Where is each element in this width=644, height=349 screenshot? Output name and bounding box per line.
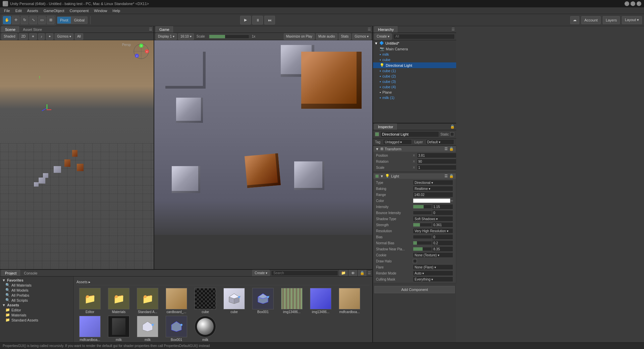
- menu-gameobject[interactable]: GameObject: [41, 8, 67, 13]
- asset-milk-white[interactable]: milk: [134, 316, 161, 342]
- resolution-dropdown[interactable]: Very High Resolution ▾: [413, 228, 453, 234]
- normal-bias-value[interactable]: [432, 240, 453, 246]
- scene-audio-btn[interactable]: ♪: [38, 33, 45, 40]
- assets-folder[interactable]: ▼ Assets: [1, 303, 72, 307]
- menu-edit[interactable]: Edit: [13, 8, 24, 13]
- color-picker[interactable]: [413, 198, 450, 203]
- menu-file[interactable]: File: [1, 8, 13, 13]
- asset-cardboard[interactable]: cardboard_...: [163, 288, 190, 314]
- project-lock-btn[interactable]: 🔒: [358, 270, 366, 277]
- game-pane-close[interactable]: ☰: [368, 27, 371, 32]
- strength-value[interactable]: [432, 222, 453, 228]
- asset-mdf-normal[interactable]: mdfcardboa...: [76, 316, 103, 342]
- project-create-btn[interactable]: Create ▾: [252, 270, 270, 277]
- asset-store-tab[interactable]: Asset Store: [19, 26, 46, 33]
- asset-milk-dark[interactable]: milk: [105, 316, 132, 342]
- asset-box001b[interactable]: Box001: [163, 316, 190, 342]
- asset-cube-white[interactable]: cube: [221, 288, 248, 314]
- color-edit-icon[interactable]: ✏: [450, 199, 453, 203]
- scale-x[interactable]: [417, 165, 456, 170]
- multi-tool[interactable]: ⊞: [47, 16, 55, 24]
- cookie-dropdown[interactable]: None (Texture) ▾: [413, 252, 453, 258]
- hierarchy-milk[interactable]: ▪ milk: [373, 52, 456, 57]
- asset-editor[interactable]: 📁 Editor: [76, 288, 103, 314]
- console-tab[interactable]: Console: [20, 270, 41, 276]
- mute-audio-btn[interactable]: Mute audio: [316, 33, 337, 40]
- shading-dropdown[interactable]: Shaded: [1, 33, 17, 40]
- project-search[interactable]: [271, 270, 338, 276]
- asset-img-blue[interactable]: img13486...: [307, 288, 334, 314]
- asset-standard-a[interactable]: 📁 Standard A...: [134, 288, 161, 314]
- game-gizmos-btn[interactable]: Gizmos ▾: [352, 33, 371, 40]
- hierarchy-create-btn[interactable]: Create ▾: [374, 33, 392, 40]
- light-header[interactable]: ▼ 💡 Light ☰ 🔒: [373, 173, 456, 179]
- transform-menu[interactable]: ☰: [444, 147, 448, 151]
- hierarchy-tab[interactable]: Hierarchy: [374, 26, 397, 33]
- scene-lighting-btn[interactable]: ☀: [29, 33, 37, 40]
- tree-editor[interactable]: 📁 Editor: [1, 307, 72, 312]
- object-active-toggle[interactable]: [375, 132, 379, 136]
- game-ratio-dropdown[interactable]: 16:10 ▾: [178, 33, 194, 40]
- global-btn[interactable]: Global: [71, 16, 88, 24]
- scene-pane-close[interactable]: ☰: [149, 27, 152, 32]
- light-menu[interactable]: ☰: [444, 174, 448, 178]
- asset-box001[interactable]: Box001: [250, 288, 276, 314]
- scale-slider[interactable]: [209, 35, 249, 39]
- draw-halo-toggle[interactable]: [413, 259, 417, 263]
- hierarchy-main-camera[interactable]: 📷 Main Camera: [373, 46, 456, 52]
- pivot-btn[interactable]: Pivot: [57, 16, 71, 24]
- tag-dropdown[interactable]: Untagged ▾: [383, 139, 412, 145]
- asset-img-stripes[interactable]: img13486...: [278, 288, 305, 314]
- move-tool[interactable]: ✛: [12, 16, 20, 24]
- stats-btn[interactable]: Stats: [339, 33, 351, 40]
- intensity-slider[interactable]: [413, 205, 432, 209]
- hierarchy-plane[interactable]: ▪ Plane: [373, 90, 456, 95]
- project-folder-btn[interactable]: 📁: [339, 270, 347, 277]
- normal-bias-slider[interactable]: [413, 241, 432, 245]
- menu-window[interactable]: Window: [91, 8, 110, 13]
- bias-value[interactable]: [432, 234, 453, 240]
- fav-all-models[interactable]: 🔍 All Models: [1, 288, 72, 293]
- menu-help[interactable]: Help: [110, 8, 123, 13]
- menu-component[interactable]: Component: [67, 8, 91, 13]
- asset-mdf-tan[interactable]: mdfcardboa...: [336, 288, 363, 314]
- baking-dropdown[interactable]: Realtime ▾: [413, 186, 453, 191]
- pause-btn[interactable]: ⏸: [252, 16, 263, 24]
- shadow-near-slider[interactable]: [413, 247, 432, 251]
- 2d-btn[interactable]: 2D: [19, 33, 28, 40]
- culling-mask-dropdown[interactable]: Everything ▾: [413, 277, 453, 282]
- hierarchy-cube1[interactable]: ▪ cube (1): [373, 68, 456, 73]
- minimize-btn[interactable]: ─: [625, 1, 629, 6]
- close-btn[interactable]: ✕: [637, 1, 641, 6]
- range-value[interactable]: [413, 192, 453, 197]
- light-lock[interactable]: 🔒: [449, 174, 454, 178]
- scene-tab[interactable]: Scene: [1, 26, 19, 33]
- game-canvas[interactable]: [154, 40, 372, 269]
- transform-header[interactable]: ▼ ⊞ Transform ☰ 🔒: [373, 146, 456, 152]
- hierarchy-milk1[interactable]: ▪ milk (1): [373, 95, 456, 100]
- step-btn[interactable]: ⏭: [264, 16, 275, 24]
- favorites-folder[interactable]: ▼ Favorites: [1, 278, 72, 283]
- hierarchy-directional-light[interactable]: 💡 Directional Light: [373, 62, 456, 68]
- account-btn[interactable]: Account: [581, 16, 601, 24]
- asset-materials[interactable]: 📁 Materials: [105, 288, 132, 314]
- maximize-on-play-btn[interactable]: Maximize on Play: [284, 33, 315, 40]
- hierarchy-cube4[interactable]: ▪ cube (4): [373, 84, 456, 90]
- transform-lock[interactable]: 🔒: [449, 147, 454, 151]
- object-name-field[interactable]: [380, 131, 439, 137]
- position-x[interactable]: [417, 153, 456, 158]
- asset-cube-checker[interactable]: cube: [192, 288, 219, 314]
- light-enabled-toggle[interactable]: [375, 174, 379, 178]
- fav-all-scripts[interactable]: 🔍 All Scripts: [1, 298, 72, 303]
- maximize-btn[interactable]: □: [631, 1, 635, 6]
- shadow-type-dropdown[interactable]: Soft Shadows ▾: [413, 216, 453, 221]
- hierarchy-cube[interactable]: ▪ cube: [373, 57, 456, 62]
- scale-tool[interactable]: ⤡: [29, 16, 37, 24]
- gizmos-dropdown[interactable]: Gizmos ▾: [55, 33, 73, 40]
- inspector-tab[interactable]: Inspector: [374, 123, 397, 130]
- shadow-near-value[interactable]: [432, 246, 453, 252]
- hierarchy-search[interactable]: [393, 34, 455, 39]
- view-gizmo[interactable]: Y X Z: [133, 43, 150, 60]
- tree-materials[interactable]: 📁 Materials: [1, 312, 72, 317]
- game-display-dropdown[interactable]: Display 1 ▾: [156, 33, 177, 40]
